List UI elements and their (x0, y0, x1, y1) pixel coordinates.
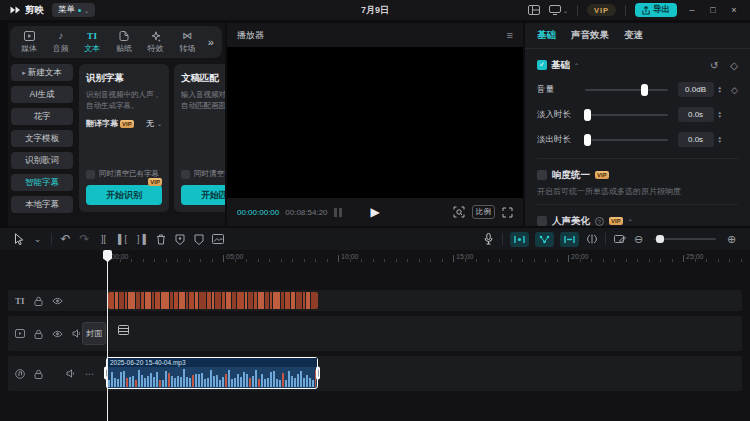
export-button[interactable]: 导出 (635, 3, 677, 17)
subtitle-segment[interactable] (215, 292, 221, 309)
sidebar-item-新建文本[interactable]: ▸新建文本 (11, 64, 73, 81)
volume-slider[interactable] (585, 89, 668, 91)
subtitle-segment[interactable] (254, 292, 257, 309)
subtitle-segment[interactable] (174, 292, 178, 309)
delete-button[interactable] (151, 231, 170, 247)
media-tab-音频[interactable]: ♪音频 (50, 30, 72, 54)
media-tab-特效[interactable]: 特效 (145, 30, 167, 54)
crop-image-button[interactable] (208, 231, 227, 247)
sidebar-item-文字模板[interactable]: 文字模板 (11, 130, 73, 147)
audio-clip[interactable]: 2025-06-20 15-40-04.mp3 (106, 357, 318, 389)
chevron-down-icon[interactable]: ⌄ (28, 231, 47, 247)
fade-in-slider-thumb[interactable] (584, 109, 591, 121)
delete-right-button[interactable]: ]▐ (132, 231, 151, 247)
redo-button[interactable]: ↷ (75, 231, 94, 247)
subtitle-segment[interactable] (232, 292, 236, 309)
time-ruler[interactable]: 00:0005:0010:0015:0020:0025:00 (108, 250, 750, 265)
media-tab-媒体[interactable]: 媒体 (18, 30, 40, 54)
subtitle-segment[interactable] (273, 292, 280, 309)
chevron-up-icon[interactable]: ⌃ (628, 218, 633, 225)
subtitle-segment[interactable] (212, 292, 214, 309)
freeze-frame-button[interactable] (170, 231, 189, 247)
cover-button[interactable]: 封面 (82, 322, 106, 345)
mask-button[interactable] (189, 231, 208, 247)
chevron-up-icon[interactable]: ⌃ (574, 62, 579, 69)
subtitle-segment[interactable] (222, 292, 225, 309)
start-match-button[interactable]: 开始匹配 (181, 185, 225, 205)
help-icon[interactable]: ? (595, 217, 604, 226)
track-height-button[interactable] (610, 231, 629, 247)
subtitle-clips[interactable] (108, 292, 318, 309)
keyframe-icon[interactable]: ◇ (730, 60, 738, 71)
volume-value[interactable]: 0.0dB (678, 82, 714, 97)
minimize-button[interactable]: – (686, 5, 698, 15)
player-menu-icon[interactable]: ≡ (507, 29, 513, 41)
subtitle-segment[interactable] (128, 292, 135, 309)
clear-subtitles-checkbox[interactable] (86, 170, 95, 179)
tab-sound-effects[interactable]: 声音效果 (571, 29, 609, 42)
fade-out-value[interactable]: 0.0s (678, 132, 714, 147)
timeline-zoom-in-icon[interactable]: ⊕ (722, 231, 741, 247)
select-tool-button[interactable] (9, 231, 28, 247)
aspect-ratio-button[interactable]: 比例 (472, 205, 495, 219)
mute-icon[interactable] (72, 329, 82, 338)
clip-trim-handle-right[interactable] (316, 367, 320, 380)
fade-in-slider[interactable] (585, 114, 668, 116)
menu-button[interactable]: 菜单 ⌄ (52, 3, 95, 17)
voice-beautify-checkbox[interactable] (537, 216, 547, 226)
fade-in-value[interactable]: 0.0s (678, 107, 714, 122)
fit-preview-icon[interactable] (453, 206, 465, 218)
display-mode-button[interactable]: ⌄ (549, 5, 568, 15)
volume-slider-thumb[interactable] (641, 84, 648, 96)
subtitle-segment[interactable] (141, 292, 144, 309)
tab-basic[interactable]: 基础 (537, 29, 556, 42)
subtitle-segment[interactable] (155, 292, 160, 309)
media-tab-转场[interactable]: ⋈转场 (176, 30, 198, 54)
sidebar-item-本地字幕[interactable]: 本地字幕 (11, 196, 73, 213)
subtitle-segment[interactable] (199, 292, 206, 309)
subtitle-segment[interactable] (270, 292, 272, 309)
subtitle-segment[interactable] (125, 292, 127, 309)
subtitle-segment[interactable] (281, 292, 284, 309)
subtitle-segment[interactable] (119, 292, 124, 309)
subtitle-segment[interactable] (291, 292, 295, 309)
video-clip-thumbnail[interactable] (118, 325, 129, 335)
subtitle-segment[interactable] (303, 292, 305, 309)
clear-subtitles-checkbox[interactable] (181, 170, 190, 179)
timeline-zoom-out-icon[interactable]: ⊖ (629, 231, 648, 247)
record-voiceover-button[interactable] (479, 231, 498, 247)
fade-out-slider[interactable] (585, 139, 668, 141)
timeline-zoom-slider[interactable] (654, 238, 716, 240)
playhead[interactable] (107, 250, 108, 421)
media-tab-文本[interactable]: TI文本 (81, 30, 103, 54)
subtitle-segment[interactable] (186, 292, 188, 309)
undo-button[interactable]: ↶ (56, 231, 75, 247)
separate-track-button[interactable] (582, 231, 601, 247)
play-button[interactable]: ▶ (370, 205, 379, 219)
keyframe-icon[interactable]: ◇ (722, 85, 738, 95)
subtitle-segment[interactable] (306, 292, 310, 309)
timeline-zoom-thumb[interactable] (656, 235, 664, 243)
lock-icon[interactable] (34, 329, 43, 339)
start-recognize-button[interactable]: 开始识别 (86, 185, 162, 205)
subtitle-segment[interactable] (161, 292, 169, 309)
fade-out-stepper[interactable]: ▲▼ (718, 136, 722, 144)
subtitle-segment[interactable] (248, 292, 253, 309)
subtitle-segment[interactable] (237, 292, 244, 309)
fullscreen-icon[interactable] (502, 207, 513, 218)
lock-icon[interactable] (34, 296, 43, 306)
sidebar-item-花字[interactable]: 花字 (11, 108, 73, 125)
preview-axis-toggle[interactable] (560, 232, 579, 247)
translate-select[interactable]: 无 ⌄ (146, 118, 162, 129)
loudness-checkbox[interactable] (537, 170, 547, 180)
subtitle-segment[interactable] (189, 292, 194, 309)
fade-in-stepper[interactable]: ▲▼ (718, 111, 722, 119)
subtitle-segment[interactable] (207, 292, 211, 309)
mute-icon[interactable] (66, 369, 76, 378)
subtitle-segment[interactable] (179, 292, 185, 309)
lock-icon[interactable] (34, 369, 43, 379)
subtitle-segment[interactable] (311, 292, 318, 309)
subtitle-segment[interactable] (245, 292, 247, 309)
subtitle-segment[interactable] (115, 292, 118, 309)
subtitle-segment[interactable] (296, 292, 302, 309)
